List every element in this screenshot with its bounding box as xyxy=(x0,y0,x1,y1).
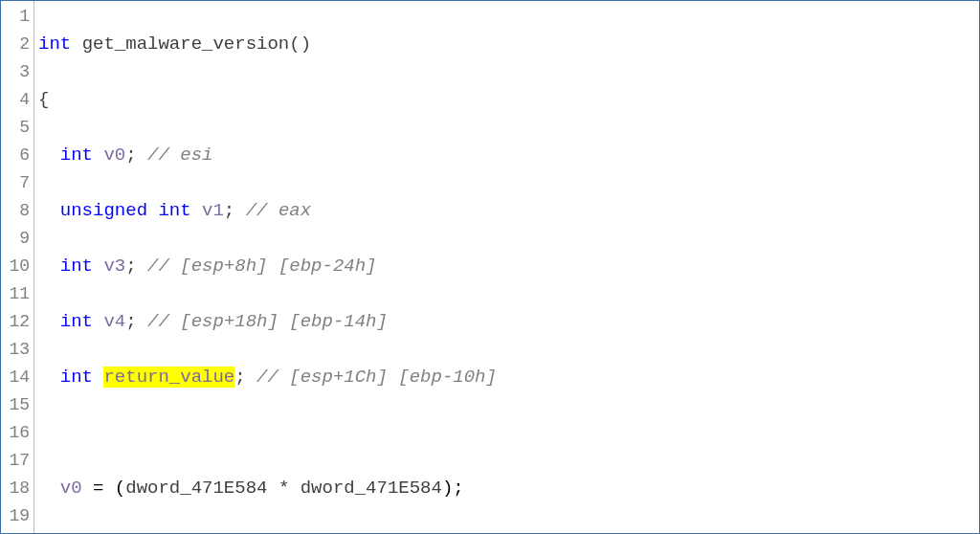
line-number: 7 xyxy=(1,169,30,197)
line-number: 2 xyxy=(1,31,30,58)
comment: // [esp+8h] [ebp-24h] xyxy=(147,256,376,277)
line-number: 16 xyxy=(1,419,30,447)
type-keyword: int xyxy=(60,256,93,277)
line-number: 6 xyxy=(1,142,30,169)
semicolon: ; xyxy=(125,256,136,277)
code-line[interactable]: int v3; // [esp+8h] [ebp-24h] xyxy=(38,253,979,280)
variable: v3 xyxy=(103,256,125,277)
code-line[interactable]: int v0; // esi xyxy=(38,142,979,169)
function-name: get_malware_version xyxy=(82,33,290,55)
line-number: 3 xyxy=(1,58,30,86)
line-number: 19 xyxy=(1,502,30,530)
variable: v0 xyxy=(103,145,125,166)
semicolon: ; xyxy=(125,311,136,332)
type-keyword: int xyxy=(38,33,71,55)
variable: v0 xyxy=(60,478,82,499)
variable: v4 xyxy=(103,311,125,332)
type-keyword: int xyxy=(60,145,93,166)
type-keyword: int xyxy=(60,367,93,388)
semicolon: ; xyxy=(224,200,234,221)
semicolon: ; xyxy=(125,145,136,166)
code-editor[interactable]: 1 2 3 4 5 6 7 8 9 10 11 12 13 14 15 16 1… xyxy=(0,0,980,534)
code-line[interactable]: int return_value; // [esp+1Ch] [ebp-10h] xyxy=(38,364,979,391)
variable: v1 xyxy=(202,200,224,221)
line-number: 17 xyxy=(1,447,30,475)
line-number: 8 xyxy=(1,197,30,225)
line-number-gutter: 1 2 3 4 5 6 7 8 9 10 11 12 13 14 15 16 1… xyxy=(1,1,34,533)
comment: // eax xyxy=(246,200,311,221)
paren-close: ) xyxy=(301,33,311,55)
line-number: 15 xyxy=(1,391,30,419)
paren-open: ( xyxy=(289,33,300,55)
code-line[interactable] xyxy=(38,419,979,447)
code-line[interactable]: { xyxy=(38,86,979,114)
code-area[interactable]: int get_malware_version() { int v0; // e… xyxy=(34,1,979,533)
line-number: 1 xyxy=(1,3,30,31)
code-line[interactable]: unsigned int v1; // eax xyxy=(38,197,979,225)
line-number: 12 xyxy=(1,308,30,336)
line-number: 13 xyxy=(1,336,30,364)
variable-highlighted: return_value xyxy=(103,367,234,388)
line-number: 11 xyxy=(1,280,30,308)
comment: // [esp+1Ch] [ebp-10h] xyxy=(256,367,497,388)
line-number: 9 xyxy=(1,225,30,253)
semicolon: ; xyxy=(234,367,245,388)
line-number: 10 xyxy=(1,253,30,280)
code-line[interactable]: int v4; // [esp+18h] [ebp-14h] xyxy=(38,308,979,336)
global-symbol: dword_471E584 xyxy=(125,478,267,499)
type-keyword: int xyxy=(60,311,93,332)
line-number: 5 xyxy=(1,114,30,142)
line-number: 4 xyxy=(1,86,30,114)
code-line[interactable]: v0 = (dword_471E584 * dword_471E584); xyxy=(38,475,979,502)
code-line[interactable]: v4 = g_value_0x21F89813; xyxy=(38,530,979,534)
comment: // [esp+18h] [ebp-14h] xyxy=(147,311,388,332)
comment: // esi xyxy=(147,145,212,166)
type-keyword: unsigned int xyxy=(60,200,191,221)
line-number: 18 xyxy=(1,475,30,502)
global-symbol: dword_471E584 xyxy=(301,478,442,499)
code-line[interactable]: int get_malware_version() xyxy=(38,31,979,58)
line-number: 14 xyxy=(1,364,30,391)
operator: * xyxy=(278,478,289,499)
brace-open: { xyxy=(38,89,49,110)
